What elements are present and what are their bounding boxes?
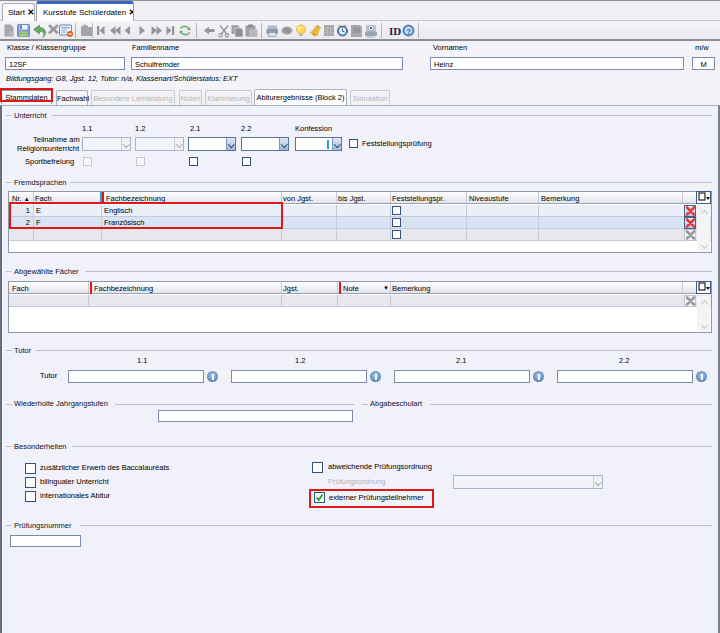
svg-text:ID: ID <box>389 25 401 37</box>
svg-text:?: ? <box>406 27 411 36</box>
